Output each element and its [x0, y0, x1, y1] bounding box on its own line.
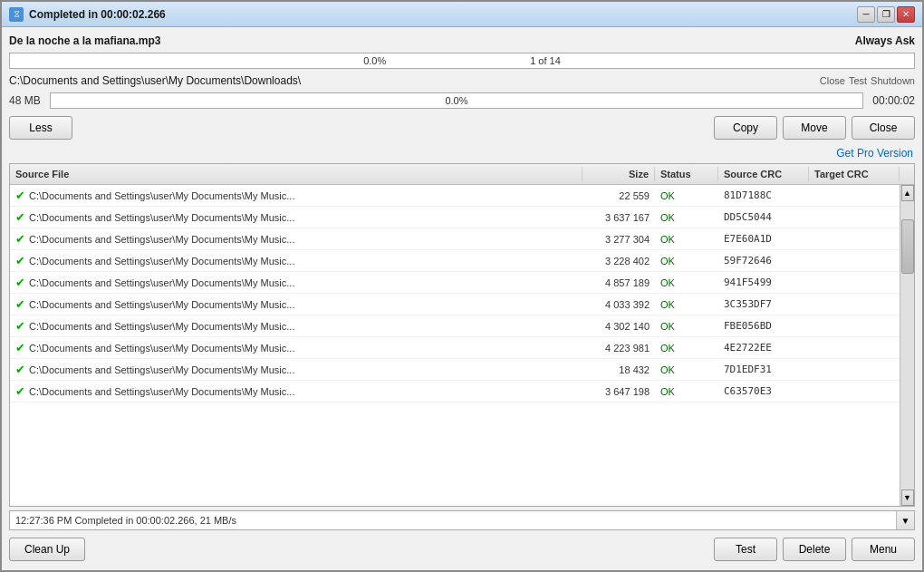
td-tgtcrc-6	[809, 325, 900, 328]
move-button[interactable]: Move	[783, 116, 846, 140]
td-status-4: OK	[655, 276, 718, 290]
td-size-4: 4 857 189	[582, 276, 655, 290]
bottom-right-buttons: Test Delete Menu	[714, 538, 915, 561]
check-icon-3: ✔	[15, 254, 25, 267]
close-window-button[interactable]: ✕	[897, 6, 915, 23]
td-srccrc-2: E7E60A1D	[718, 231, 809, 247]
td-size-3: 3 228 402	[582, 254, 655, 268]
check-icon-6: ✔	[15, 319, 25, 333]
less-button[interactable]: Less	[9, 116, 72, 140]
filename-row: De la noche a la mafiana.mp3 Always Ask	[9, 33, 915, 49]
td-size-6: 4 302 140	[582, 319, 655, 334]
path-row: C:\Documents and Settings\user\My Docume…	[9, 73, 915, 89]
check-icon-2: ✔	[15, 232, 25, 246]
check-icon-7: ✔	[15, 341, 25, 354]
scroll-down-button[interactable]: ▼	[901, 490, 914, 506]
copy-button[interactable]: Copy	[714, 116, 777, 140]
progress-text-2: 0.0%	[51, 95, 863, 106]
right-buttons: Copy Move Close	[714, 116, 915, 140]
table-row[interactable]: ✔ C:\Documents and Settings\user\My Docu…	[10, 294, 900, 315]
check-icon-5: ✔	[15, 297, 25, 311]
table-header: Source File Size Status Source CRC Targe…	[10, 164, 914, 185]
td-status-0: OK	[655, 189, 718, 203]
progress-text-1: 0.0% 1 of 14	[10, 55, 914, 66]
td-tgtcrc-7	[809, 346, 900, 350]
td-size-0: 22 559	[582, 189, 655, 203]
td-status-3: OK	[655, 254, 718, 268]
td-status-2: OK	[655, 232, 718, 247]
td-size-7: 4 223 981	[582, 341, 655, 355]
td-tgtcrc-0	[809, 194, 900, 198]
td-tgtcrc-3	[809, 259, 900, 263]
table-row[interactable]: ✔ C:\Documents and Settings\user\My Docu…	[10, 272, 900, 294]
table-row[interactable]: ✔ C:\Documents and Settings\user\My Docu…	[10, 359, 900, 381]
td-size-1: 3 637 167	[582, 210, 655, 225]
td-source-3: ✔ C:\Documents and Settings\user\My Docu…	[10, 252, 582, 269]
table-row[interactable]: ✔ C:\Documents and Settings\user\My Docu…	[10, 228, 900, 250]
scroll-spacer	[900, 167, 914, 181]
test-button[interactable]: Test	[714, 538, 777, 561]
td-tgtcrc-2	[809, 238, 900, 241]
header-tgt-crc: Target CRC	[809, 167, 900, 181]
td-tgtcrc-8	[809, 368, 900, 372]
table-row[interactable]: ✔ C:\Documents and Settings\user\My Docu…	[10, 185, 900, 207]
td-source-7: ✔ C:\Documents and Settings\user\My Docu…	[10, 339, 582, 356]
size-label: 48 MB	[9, 94, 41, 107]
menu-button[interactable]: Menu	[852, 538, 915, 561]
td-tgtcrc-9	[809, 390, 900, 393]
check-icon-9: ✔	[15, 384, 25, 398]
speed-row: 48 MB 0.0% 00:00:02	[9, 92, 915, 109]
status-bar-text: 12:27:36 PM Completed in 00:00:02.266, 2…	[10, 515, 896, 526]
td-status-5: OK	[655, 297, 718, 312]
td-srccrc-6: FBE056BD	[718, 318, 809, 334]
app-icon: ⧖	[9, 7, 24, 22]
td-srccrc-9: C63570E3	[718, 383, 809, 399]
cleanup-button[interactable]: Clean Up	[9, 538, 85, 561]
td-size-8: 18 432	[582, 363, 655, 377]
table-row[interactable]: ✔ C:\Documents and Settings\user\My Docu…	[10, 381, 900, 402]
progress-bar-1: 0.0% 1 of 14	[9, 53, 915, 69]
table-row[interactable]: ✔ C:\Documents and Settings\user\My Docu…	[10, 337, 900, 359]
td-source-5: ✔ C:\Documents and Settings\user\My Docu…	[10, 296, 582, 313]
check-icon-8: ✔	[15, 363, 25, 376]
restore-button[interactable]: ❐	[877, 6, 895, 23]
table-row[interactable]: ✔ C:\Documents and Settings\user\My Docu…	[10, 207, 900, 228]
close-button[interactable]: Close	[852, 116, 915, 140]
content-area: De la noche a la mafiana.mp3 Always Ask …	[2, 27, 922, 570]
scroll-up-button[interactable]: ▲	[901, 185, 914, 201]
progress-bar-2: 0.0%	[50, 92, 864, 109]
td-status-9: OK	[655, 384, 718, 399]
td-srccrc-7: 4E2722EE	[718, 340, 809, 355]
td-srccrc-4: 941F5499	[718, 275, 809, 290]
td-status-7: OK	[655, 341, 718, 355]
td-size-2: 3 277 304	[582, 232, 655, 247]
window-controls: ─ ❐ ✕	[857, 6, 915, 23]
scrollbar-track[interactable]: ▲ ▼	[900, 185, 914, 506]
delete-button[interactable]: Delete	[783, 538, 846, 561]
window-title: Completed in 00:00:02.266	[29, 8, 166, 21]
td-srccrc-5: 3C353DF7	[718, 296, 809, 312]
check-icon-0: ✔	[15, 189, 25, 202]
filename-label: De la noche a la mafiana.mp3	[9, 34, 160, 47]
always-ask-label: Always Ask	[855, 34, 915, 47]
td-source-6: ✔ C:\Documents and Settings\user\My Docu…	[10, 317, 582, 334]
main-window: ⧖ Completed in 00:00:02.266 ─ ❐ ✕ De la …	[0, 0, 924, 572]
pro-link-row: Get Pro Version	[9, 147, 915, 160]
status-bar-dropdown[interactable]: ▼	[896, 511, 914, 529]
header-size: Size	[582, 167, 655, 181]
scrollbar-thumb[interactable]	[901, 219, 914, 274]
minimize-button[interactable]: ─	[857, 6, 875, 23]
time-label: 00:00:02	[872, 94, 915, 107]
table-row[interactable]: ✔ C:\Documents and Settings\user\My Docu…	[10, 315, 900, 337]
td-status-1: OK	[655, 210, 718, 225]
pro-version-link[interactable]: Get Pro Version	[9, 147, 915, 160]
action-buttons-row: Less Copy Move Close	[9, 112, 915, 143]
table-row[interactable]: ✔ C:\Documents and Settings\user\My Docu…	[10, 250, 900, 272]
header-src-crc: Source CRC	[718, 167, 809, 181]
bottom-buttons-row: Clean Up Test Delete Menu	[9, 534, 915, 565]
shutdown-link[interactable]: Shutdown	[871, 75, 915, 86]
td-tgtcrc-1	[809, 216, 900, 219]
td-source-8: ✔ C:\Documents and Settings\user\My Docu…	[10, 361, 582, 378]
close-link[interactable]: Close	[820, 75, 845, 86]
test-link[interactable]: Test	[849, 75, 867, 86]
